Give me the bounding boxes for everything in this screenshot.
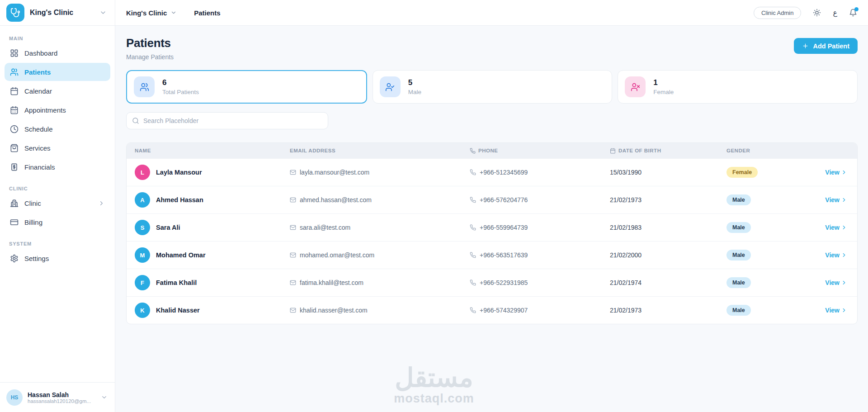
app-window: King's Clinic MAIN Dashboard Patients Ca… bbox=[0, 0, 868, 412]
patient-phone: +966-576204776 bbox=[480, 196, 528, 204]
view-patient-link[interactable]: View bbox=[825, 169, 847, 176]
theme-toggle-button[interactable] bbox=[813, 9, 821, 17]
breadcrumb-clinic-label: King's Clinic bbox=[126, 9, 167, 17]
stethoscope-icon bbox=[6, 4, 24, 22]
notifications-button[interactable] bbox=[849, 9, 857, 17]
avatar: F bbox=[135, 275, 150, 290]
mail-icon bbox=[290, 307, 296, 313]
chevron-right-icon bbox=[98, 200, 105, 207]
chevron-down-icon bbox=[101, 394, 108, 401]
patient-name: Mohamed Omar bbox=[156, 251, 206, 259]
sidebar-item-financials[interactable]: Financials bbox=[5, 158, 110, 176]
sun-icon bbox=[813, 9, 821, 17]
view-patient-link[interactable]: View bbox=[825, 279, 847, 286]
patient-dob: 21/02/1983 bbox=[610, 224, 726, 231]
patient-dob: 15/03/1990 bbox=[610, 169, 726, 176]
gender-badge: Male bbox=[726, 277, 751, 288]
patient-name: Khalid Nasser bbox=[156, 307, 200, 314]
clinic-switcher[interactable]: King's Clinic bbox=[0, 0, 115, 26]
patient-phone: +966-559964739 bbox=[480, 224, 528, 231]
user-menu[interactable]: HS Hassan Salah hassansalah120120@gm... bbox=[0, 382, 115, 412]
col-header-name: NAME bbox=[135, 148, 290, 153]
patient-name: Fatima Khalil bbox=[156, 279, 197, 286]
phone-icon bbox=[470, 252, 476, 258]
dollar-receipt-icon bbox=[10, 163, 19, 171]
role-badge: Clinic Admin bbox=[754, 7, 802, 19]
language-toggle-button[interactable]: ع bbox=[833, 9, 837, 16]
breadcrumb-clinic-selector[interactable]: King's Clinic bbox=[126, 9, 177, 17]
breadcrumb-page: Patients bbox=[194, 9, 220, 17]
brand-name: King's Clinic bbox=[30, 9, 94, 17]
search-input[interactable] bbox=[143, 117, 322, 124]
nav-section-clinic: CLINIC bbox=[5, 182, 110, 194]
phone-icon bbox=[470, 169, 476, 175]
sidebar-item-schedule[interactable]: Schedule bbox=[5, 120, 110, 138]
stat-value: 1 bbox=[653, 78, 674, 87]
patient-name: Ahmed Hassan bbox=[156, 196, 203, 204]
patient-email: sara.ali@test.com bbox=[300, 224, 350, 231]
stat-card-total-patients[interactable]: 6 Total Patients bbox=[126, 70, 367, 104]
view-patient-link[interactable]: View bbox=[825, 196, 847, 204]
patient-phone: +966-522931985 bbox=[480, 279, 528, 286]
shopping-bag-icon bbox=[10, 144, 19, 152]
sidebar-item-appointments[interactable]: Appointments bbox=[5, 101, 110, 119]
gender-badge: Female bbox=[726, 167, 758, 178]
mail-icon bbox=[290, 197, 296, 203]
building-icon bbox=[10, 199, 19, 208]
phone-icon bbox=[470, 279, 476, 286]
sidebar-item-label: Dashboard bbox=[24, 49, 57, 57]
sidebar-item-settings[interactable]: Settings bbox=[5, 249, 110, 267]
sidebar-item-label: Patients bbox=[24, 68, 51, 76]
patient-email: ahmed.hassan@test.com bbox=[300, 196, 372, 204]
sidebar-item-clinic[interactable]: Clinic bbox=[5, 194, 110, 212]
search-icon bbox=[132, 117, 139, 124]
patient-email: fatima.khalil@test.com bbox=[300, 279, 363, 286]
sidebar-item-calendar[interactable]: Calendar bbox=[5, 82, 110, 100]
sidebar-item-label: Financials bbox=[24, 163, 55, 171]
gender-badge: Male bbox=[726, 194, 751, 205]
stat-value: 6 bbox=[162, 78, 199, 87]
patient-email: layla.mansour@test.com bbox=[300, 169, 369, 176]
sidebar-item-billing[interactable]: Billing bbox=[5, 213, 110, 231]
table-header-row: NAME EMAIL ADDRESS PHONE DATE OF BIRTH G… bbox=[127, 143, 857, 158]
user-name: Hassan Salah bbox=[28, 391, 96, 398]
stat-card-male[interactable]: 5 Male bbox=[373, 70, 613, 104]
sidebar-item-label: Schedule bbox=[24, 125, 53, 133]
calendar-icon bbox=[10, 87, 19, 95]
sidebar-item-label: Settings bbox=[24, 255, 49, 262]
sidebar-item-dashboard[interactable]: Dashboard bbox=[5, 44, 110, 62]
gender-badge: Male bbox=[726, 250, 751, 260]
sidebar-item-patients[interactable]: Patients bbox=[5, 63, 110, 81]
stat-label: Total Patients bbox=[162, 89, 199, 95]
chevron-down-icon bbox=[170, 9, 177, 16]
stat-value: 5 bbox=[408, 78, 421, 87]
patient-dob: 21/02/1973 bbox=[610, 196, 726, 204]
clock-icon bbox=[10, 125, 19, 133]
phone-icon bbox=[470, 148, 476, 154]
user-check-icon bbox=[380, 76, 401, 97]
stat-label: Male bbox=[408, 89, 421, 95]
col-header-dob: DATE OF BIRTH bbox=[610, 148, 726, 154]
topbar: King's Clinic Patients Clinic Admin ع bbox=[115, 0, 868, 26]
col-header-email: EMAIL ADDRESS bbox=[290, 148, 470, 153]
patient-phone: +966-563517639 bbox=[480, 251, 528, 259]
chevron-right-icon bbox=[841, 252, 847, 258]
chevron-right-icon bbox=[841, 197, 847, 203]
sidebar-item-services[interactable]: Services bbox=[5, 139, 110, 157]
mail-icon bbox=[290, 252, 296, 258]
patient-phone: +966-512345699 bbox=[480, 169, 528, 176]
stat-card-female[interactable]: 1 Female bbox=[618, 70, 858, 104]
dashboard-grid-icon bbox=[10, 49, 19, 57]
page-subtitle: Manage Patients bbox=[126, 53, 174, 61]
view-patient-link[interactable]: View bbox=[825, 251, 847, 259]
user-x-icon bbox=[625, 76, 646, 97]
phone-icon bbox=[470, 197, 476, 203]
view-patient-link[interactable]: View bbox=[825, 224, 847, 231]
table-row: K Khalid Nasser khalid.nasser@test.com +… bbox=[127, 296, 857, 324]
col-header-phone: PHONE bbox=[470, 148, 610, 154]
view-patient-link[interactable]: View bbox=[825, 307, 847, 314]
calendar-icon bbox=[610, 148, 616, 154]
add-patient-button[interactable]: Add Patient bbox=[794, 38, 858, 54]
patient-email: khalid.nasser@test.com bbox=[300, 307, 368, 314]
phone-icon bbox=[470, 224, 476, 231]
